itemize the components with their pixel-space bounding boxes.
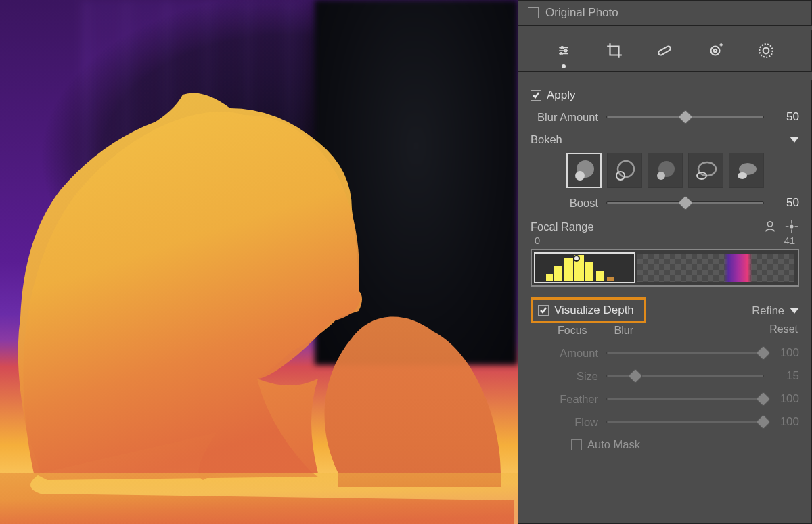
boost-value: 50 — [772, 196, 799, 210]
boost-label: Boost — [531, 197, 598, 210]
bokeh-soft-icon — [652, 157, 679, 184]
blur-tab[interactable]: Blur — [614, 325, 633, 337]
svg-point-13 — [763, 48, 769, 54]
svg-point-24 — [767, 222, 772, 227]
svg-point-9 — [714, 49, 717, 52]
brush-flow-value: 100 — [772, 415, 799, 429]
bokeh-oval-ring-icon — [692, 157, 719, 184]
bokeh-oval-solid-icon — [733, 157, 760, 184]
edit-sliders-tool[interactable] — [553, 40, 574, 62]
svg-point-25 — [790, 225, 793, 228]
image-canvas[interactable] — [0, 0, 518, 524]
focal-histogram[interactable] — [534, 252, 635, 283]
auto-mask-label: Auto Mask — [587, 438, 640, 451]
brush-flow-row: Flow 100 — [531, 415, 799, 429]
brush-size-label: Size — [531, 370, 598, 383]
brush-size-value: 15 — [772, 369, 799, 383]
svg-rect-7 — [658, 45, 671, 55]
focal-min-value: 0 — [535, 235, 540, 246]
bokeh-shapes — [531, 153, 799, 188]
lens-blur-panel: Apply Blur Amount 50 Bokeh — [518, 80, 812, 524]
visualize-depth-label: Visualize Depth — [554, 304, 634, 317]
svg-rect-0 — [0, 473, 518, 524]
visualize-depth-checkbox[interactable] — [538, 305, 549, 316]
svg-point-8 — [711, 47, 720, 55]
refine-toggle[interactable]: Refine — [752, 304, 799, 317]
original-photo-checkbox[interactable] — [528, 7, 539, 18]
focal-range-control[interactable] — [531, 249, 799, 287]
bokeh-shape-4[interactable] — [688, 153, 723, 188]
depth-bears-overlay — [0, 0, 518, 524]
svg-point-12 — [759, 44, 773, 57]
tool-strip — [518, 30, 812, 72]
subject-select-icon[interactable] — [763, 219, 777, 234]
bokeh-shape-1[interactable] — [566, 153, 602, 188]
boost-slider[interactable] — [606, 201, 764, 204]
blur-amount-row: Blur Amount 50 — [531, 110, 799, 124]
bokeh-shape-2[interactable] — [607, 153, 642, 188]
sliders-icon — [558, 45, 570, 57]
brush-amount-label: Amount — [531, 347, 598, 360]
crop-tool[interactable] — [604, 40, 625, 62]
blur-amount-slider[interactable] — [606, 116, 764, 118]
brush-feather-row: Feather 100 — [531, 392, 799, 406]
focus-tab[interactable]: Focus — [558, 325, 587, 337]
point-select-icon[interactable] — [784, 219, 799, 234]
radial-tool[interactable] — [755, 40, 777, 62]
bokeh-collapse-toggle[interactable] — [790, 137, 799, 143]
brush-feather-value: 100 — [772, 392, 799, 406]
bokeh-shape-3[interactable] — [648, 153, 683, 188]
bandage-icon — [656, 42, 673, 59]
svg-point-20 — [698, 162, 716, 176]
right-panel: Original Photo — [518, 0, 812, 524]
redeye-tool[interactable] — [704, 40, 726, 62]
bokeh-circle-solid-icon — [570, 157, 597, 184]
original-photo-toggle[interactable]: Original Photo — [518, 0, 812, 26]
bokeh-ring-icon — [611, 157, 638, 184]
original-photo-label: Original Photo — [545, 6, 618, 20]
chevron-down-icon — [790, 308, 799, 314]
refine-label: Refine — [752, 304, 784, 317]
focal-max-value: 41 — [784, 235, 795, 246]
depth-visualization — [0, 0, 518, 524]
brush-amount-row: Amount 100 — [531, 346, 799, 360]
brush-amount-slider[interactable] — [606, 352, 764, 354]
brush-amount-value: 100 — [772, 346, 799, 360]
visualize-depth-highlight: Visualize Depth — [531, 297, 646, 323]
brush-size-row: Size 15 — [531, 369, 799, 383]
blur-amount-label: Blur Amount — [531, 111, 598, 124]
radial-icon — [757, 42, 775, 59]
bokeh-label: Bokeh — [531, 133, 562, 146]
heal-tool[interactable] — [654, 40, 675, 62]
focal-range-label: Focal Range — [531, 220, 594, 233]
blur-amount-value: 50 — [772, 110, 799, 124]
boost-row: Boost 50 — [531, 196, 799, 210]
svg-point-23 — [738, 172, 747, 179]
brush-size-slider[interactable] — [606, 375, 764, 377]
svg-point-15 — [575, 171, 585, 181]
eye-plus-icon — [706, 42, 724, 59]
crop-icon — [606, 42, 623, 59]
brush-flow-label: Flow — [531, 416, 598, 429]
svg-point-19 — [657, 172, 665, 180]
focal-depth-strip[interactable] — [637, 254, 794, 282]
apply-label: Apply — [547, 89, 576, 102]
auto-mask-checkbox[interactable] — [571, 439, 582, 450]
brush-flow-slider[interactable] — [606, 421, 764, 423]
svg-point-16 — [618, 161, 634, 177]
bokeh-shape-5[interactable] — [729, 153, 764, 188]
brush-feather-label: Feather — [531, 393, 598, 406]
apply-checkbox[interactable] — [531, 90, 541, 101]
brush-feather-slider[interactable] — [606, 398, 764, 400]
reset-button[interactable]: Reset — [769, 323, 798, 335]
